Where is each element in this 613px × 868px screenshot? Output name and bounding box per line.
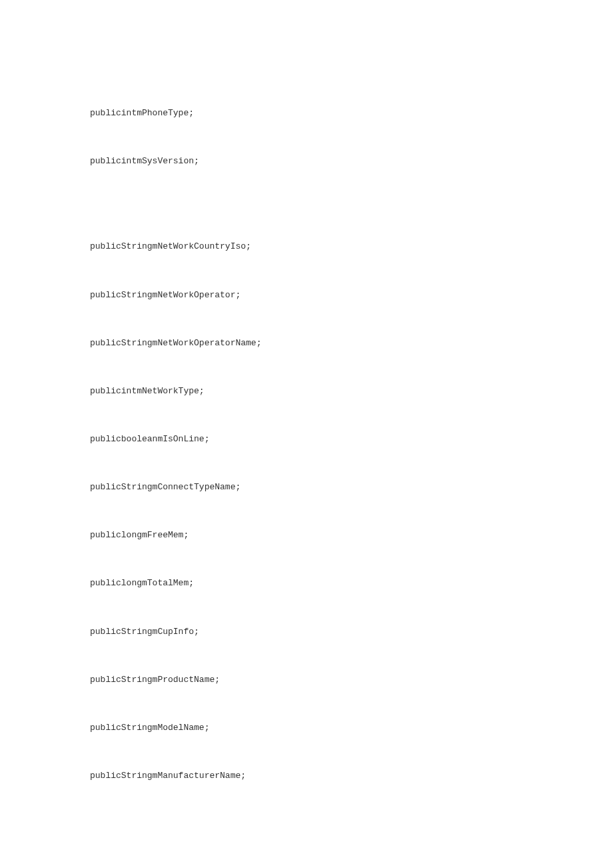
code-line: publiclongmFreeMem;: [40, 527, 573, 543]
code-line: publicintmSysVersion;: [40, 153, 573, 169]
code-document: publicintmPhoneType; publicintmSysVersio…: [40, 73, 573, 868]
code-line: publicbooleanmIsOnLine;: [40, 431, 573, 447]
code-line: publiclongmTotalMem;: [40, 575, 573, 591]
code-line: publicStringmConnectTypeName;: [40, 479, 573, 495]
code-line: publicStringmProductName;: [40, 672, 573, 688]
code-line: publicStringmManufacturerName;: [40, 768, 573, 784]
code-line: publicStringmCupInfo;: [40, 624, 573, 640]
code-line: publicintmPhoneType;: [40, 105, 573, 121]
code-line: publicStringmNetWorkOperatorName;: [40, 335, 573, 351]
code-line: publicStringmModelName;: [40, 720, 573, 736]
code-line: publicStringmNetWorkCountryIso;: [40, 239, 573, 255]
code-line: publicStringmNetWorkOperator;: [40, 287, 573, 303]
code-line: publicintmNetWorkType;: [40, 383, 573, 399]
